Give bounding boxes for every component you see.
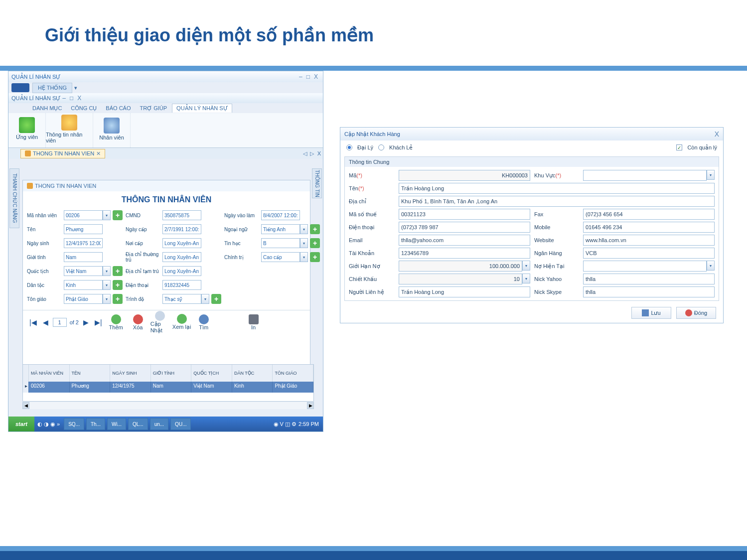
- table-cell[interactable]: Phương: [70, 382, 111, 393]
- inner-maximize-icon[interactable]: □: [68, 95, 75, 102]
- dropdown-icon[interactable]: ▾: [103, 266, 111, 276]
- ribbon-ung-vien[interactable]: Ứng viên: [8, 113, 46, 147]
- ribbon-thong-tin-nv[interactable]: Thông tin nhân viên: [46, 113, 93, 147]
- tab-next-icon[interactable]: ▷: [308, 150, 315, 157]
- menu-bao-cao[interactable]: BÁO CÁO: [102, 104, 135, 112]
- taskbar-item[interactable]: Th...: [86, 418, 105, 430]
- field-input[interactable]: [162, 252, 201, 262]
- dropdown-icon[interactable]: ▾: [522, 261, 530, 271]
- dropdown-icon[interactable]: ▾: [300, 252, 308, 262]
- pager-page-input[interactable]: [53, 318, 67, 327]
- taskbar-item[interactable]: QL...: [128, 418, 148, 430]
- start-button[interactable]: start: [8, 417, 34, 431]
- dropdown-icon[interactable]: ▾: [300, 238, 308, 248]
- field-input[interactable]: [162, 294, 201, 304]
- field-input[interactable]: [399, 222, 530, 233]
- add-button[interactable]: +: [113, 266, 123, 276]
- field-input[interactable]: [583, 261, 707, 272]
- pager-next-icon[interactable]: ▶: [82, 318, 90, 326]
- tray-icons[interactable]: ◉ V ◫ ⚙: [274, 421, 297, 427]
- add-button[interactable]: +: [310, 224, 320, 234]
- add-button[interactable]: +: [211, 294, 221, 304]
- field-input[interactable]: [583, 235, 715, 246]
- field-input[interactable]: [64, 224, 103, 234]
- column-header[interactable]: TÔN GIÁO: [273, 365, 313, 382]
- tab-he-thong[interactable]: HỆ THỐNG: [32, 83, 72, 93]
- minimize-icon[interactable]: –: [297, 73, 304, 80]
- field-input[interactable]: [399, 286, 530, 297]
- system-tray[interactable]: ◉ V ◫ ⚙ 2:59 PM: [270, 421, 323, 427]
- close-icon[interactable]: X: [312, 73, 320, 80]
- row-selector[interactable]: ▸: [23, 382, 29, 393]
- radio-dai-ly[interactable]: [346, 144, 352, 150]
- quick-launch[interactable]: ◐ ◑ ◉ »: [34, 421, 63, 427]
- tab-close-all-icon[interactable]: X: [315, 150, 323, 156]
- ribbon-nhan-vien[interactable]: Nhân viên: [93, 113, 131, 147]
- taskbar-item[interactable]: Wi...: [107, 418, 126, 430]
- table-cell[interactable]: Việt Nam: [191, 382, 232, 393]
- app-logo[interactable]: [11, 83, 29, 92]
- inner-minimize-icon[interactable]: –: [60, 95, 68, 102]
- field-input[interactable]: [64, 238, 103, 248]
- inner-close-icon[interactable]: X: [75, 95, 83, 102]
- action-xem-lai[interactable]: Xem lại: [172, 314, 191, 330]
- pager-first-icon[interactable]: |◀: [28, 318, 38, 326]
- field-input[interactable]: [583, 274, 715, 284]
- field-input[interactable]: [583, 286, 715, 297]
- add-button[interactable]: +: [113, 280, 123, 290]
- pager-last-icon[interactable]: ▶|: [93, 318, 104, 326]
- field-input[interactable]: [64, 280, 103, 290]
- field-input[interactable]: [399, 196, 715, 207]
- field-input[interactable]: [162, 238, 201, 248]
- taskbar-item[interactable]: un...: [150, 418, 168, 430]
- horizontal-scrollbar[interactable]: ◀ ▶: [22, 402, 314, 409]
- sidebar-right-tab[interactable]: THÔNG TIN: [312, 168, 322, 198]
- field-input[interactable]: [399, 183, 715, 194]
- field-input[interactable]: [162, 266, 201, 276]
- action-tim[interactable]: Tìm: [194, 314, 213, 330]
- tab-thong-tin-nhan-vien[interactable]: THONG TIN NHAN VIEN✕: [20, 149, 105, 158]
- field-input[interactable]: [399, 209, 530, 220]
- table-cell[interactable]: Kinh: [232, 382, 273, 393]
- field-input[interactable]: [583, 170, 707, 181]
- column-header[interactable]: MÃ NHÂN VIÊN: [29, 365, 70, 382]
- dropdown-icon[interactable]: ▾: [707, 170, 715, 180]
- field-input[interactable]: [64, 252, 103, 262]
- field-input[interactable]: [261, 238, 300, 248]
- column-header[interactable]: NGÀY SINH: [110, 365, 151, 382]
- tab-close-icon[interactable]: ✕: [96, 150, 101, 157]
- field-input[interactable]: [162, 224, 201, 234]
- field-input[interactable]: [399, 274, 522, 284]
- menu-quan-ly-nhan-su[interactable]: QUẢN LÝ NHÂN SỰ: [172, 104, 232, 113]
- menu-danh-muc[interactable]: DANH MỤC: [28, 104, 66, 113]
- dropdown-icon[interactable]: ▾: [103, 280, 111, 290]
- field-input[interactable]: [583, 222, 715, 233]
- menu-cong-cu[interactable]: CÔNG CỤ: [67, 104, 101, 113]
- field-input[interactable]: [261, 224, 300, 234]
- column-header[interactable]: GIỚI TÍNH: [151, 365, 192, 382]
- action-cap-nhat[interactable]: Cập Nhật: [150, 311, 169, 334]
- dropdown-icon[interactable]: ▾: [201, 294, 209, 304]
- dialog-close-icon[interactable]: X: [715, 130, 719, 138]
- field-input[interactable]: [162, 210, 201, 220]
- field-input[interactable]: [583, 209, 715, 220]
- field-input[interactable]: [399, 261, 522, 272]
- field-input[interactable]: [261, 210, 300, 220]
- dropdown-icon[interactable]: ▾: [707, 261, 715, 271]
- add-button[interactable]: +: [113, 210, 123, 220]
- tab-prev-icon[interactable]: ◁: [301, 150, 308, 157]
- add-button[interactable]: +: [113, 294, 123, 304]
- dropdown-icon[interactable]: ▾: [103, 294, 111, 304]
- table-cell[interactable]: 00206: [29, 382, 70, 393]
- sidebar-left-tab[interactable]: THANH CHỨC NĂNG: [9, 168, 19, 228]
- checkbox-con-quan-ly[interactable]: ✓: [676, 144, 682, 150]
- dropdown-icon[interactable]: ▾: [300, 224, 308, 234]
- ribbon-dropdown-icon[interactable]: ▾: [72, 85, 79, 91]
- table-cell[interactable]: Phật Giáo: [273, 382, 313, 393]
- taskbar-item[interactable]: QU...: [170, 418, 191, 430]
- table-cell[interactable]: 12/4/1975: [110, 382, 151, 393]
- field-input[interactable]: [399, 170, 530, 181]
- table-cell[interactable]: Nam: [151, 382, 192, 393]
- column-header[interactable]: QUỐC TỊCH: [191, 365, 232, 382]
- field-input[interactable]: [64, 294, 103, 304]
